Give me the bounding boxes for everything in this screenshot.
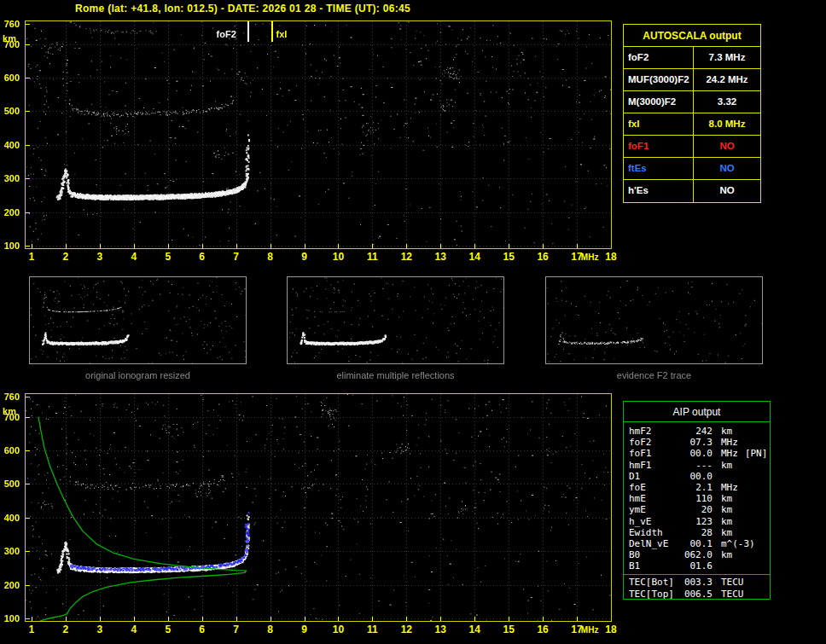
autoscala-param-label: h'Es <box>624 180 694 202</box>
y-axis-label-top: 500 <box>0 106 23 116</box>
autoscala-param-label: foF2 <box>624 47 694 68</box>
aip-param-label: B0 <box>629 549 682 560</box>
aip-tec-rows: TEC[Bot]003.3TECUTEC[Top]006.5TECU <box>624 576 770 599</box>
autoscala-window: Rome (lat: +41.8, lon: 012.5) - DATE: 20… <box>0 0 826 644</box>
x-axis-label-top: 6 <box>193 251 212 263</box>
y-axis-label-bot: 500 <box>0 479 23 489</box>
y-axis-label-top: 200 <box>0 207 23 218</box>
x-axis-label-top: 14 <box>465 251 484 263</box>
autoscala-param-label: fxI <box>624 113 694 135</box>
aip-row-hmf1: hmF1---km <box>629 460 770 471</box>
autoscala-param-label: M(3000)F2 <box>624 91 694 113</box>
aip-param-unit: km <box>721 493 732 504</box>
aip-param-value: 110 <box>682 493 713 504</box>
y-axis-label-bot: 400 <box>0 513 23 523</box>
x-axis-label-top: 2 <box>56 251 75 263</box>
aip-param-value: 07.3 <box>682 437 713 448</box>
aip-param-label: Ewidth <box>629 527 682 538</box>
y-axis-label-top: 600 <box>0 73 23 83</box>
thumbnail-caption: original ionogram resized <box>29 370 247 380</box>
aip-output-panel: AIP output hmF2242kmfoF207.3MHzfoF100.0M… <box>623 401 771 600</box>
aip-tec-value: 006.5 <box>682 589 713 600</box>
thumbnail-original-canvas <box>30 277 246 363</box>
aip-param-label: foE <box>629 482 682 493</box>
x-axis-label-top: 9 <box>295 251 314 263</box>
x-axis-label-bot: 3 <box>90 624 109 635</box>
y-axis-unit-bot: km <box>0 406 23 416</box>
aip-output-header: AIP output <box>624 402 770 422</box>
aip-row-hmf2: hmF2242km <box>629 426 770 437</box>
aip-param-label: h_vE <box>629 516 682 527</box>
aip-row-fof2: foF207.3MHz <box>629 437 770 448</box>
autoscala-param-label: MUF(3000)F2 <box>624 69 694 90</box>
aip-tec-row-tectop: TEC[Top]006.5TECU <box>629 589 770 600</box>
aip-tec-row-tecbot: TEC[Bot]003.3TECU <box>629 577 770 588</box>
thumbnail-evidence-canvas <box>546 277 762 363</box>
aip-param-unit: MHz <box>721 448 738 459</box>
x-axis-label-bot: 4 <box>125 624 143 635</box>
x-axis-label-top: 3 <box>90 251 109 263</box>
thumbnail-caption: evidence F2 trace <box>545 370 763 380</box>
aip-param-unit: km <box>721 527 732 538</box>
x-axis-unit-top: MHz <box>581 252 603 262</box>
aip-tec-unit: TECU <box>721 577 744 588</box>
x-axis-label-bot: 12 <box>397 624 416 635</box>
x-axis-label-top: 15 <box>499 251 518 263</box>
aip-row-hve: h_vE123km <box>629 516 770 527</box>
aip-param-label: DelN_vE <box>629 538 682 549</box>
x-axis-label-bot: 1 <box>22 624 41 635</box>
y-axis-label-bot: 300 <box>0 546 23 556</box>
autoscala-row-fof2: foF27.3 MHz <box>624 47 760 69</box>
aip-param-value: 2.1 <box>682 482 713 493</box>
autoscala-row-ftes: ftEsNO <box>624 158 760 180</box>
autoscala-param-value: 8.0 MHz <box>694 113 760 135</box>
aip-param-value: 00.0 <box>682 471 713 482</box>
aip-param-label: foF2 <box>629 437 682 448</box>
x-axis-label-bot: 10 <box>329 624 347 635</box>
autoscala-output-rows: foF27.3 MHzMUF(3000)F224.2 MHzM(3000)F23… <box>624 47 760 202</box>
aip-param-value: 28 <box>682 527 713 538</box>
aip-param-unit: m^(-3) <box>721 538 755 549</box>
profile-ionogram-canvas <box>26 394 611 621</box>
autoscala-param-value: 24.2 MHz <box>694 69 760 90</box>
x-axis-label-bot: 6 <box>193 624 212 635</box>
autoscala-output-header: AUTOSCALA output <box>624 25 760 47</box>
thumbnail-evidence-f2-trace <box>545 276 763 364</box>
fxi-marker-line <box>271 21 273 42</box>
x-axis-label-top: 16 <box>533 251 552 263</box>
y-axis-label-top: 100 <box>0 241 23 251</box>
thumbnail-original-ionogram <box>29 276 247 364</box>
x-axis-label-bot: 5 <box>159 624 177 635</box>
aip-tec-label: TEC[Top] <box>629 589 682 600</box>
aip-param-value: 123 <box>682 516 713 527</box>
aip-param-unit: km <box>721 549 732 560</box>
autoscala-param-value: 7.3 MHz <box>694 47 760 68</box>
autoscala-row-muf3000f2: MUF(3000)F224.2 MHz <box>624 69 760 91</box>
aip-param-label: D1 <box>629 471 682 482</box>
x-axis-label-top: 18 <box>602 251 620 263</box>
aip-row-fof1: foF100.0MHz[PN] <box>629 448 770 459</box>
recorded-ionogram-canvas <box>26 21 611 248</box>
autoscala-param-label: foF1 <box>624 136 694 157</box>
aip-param-value: 00.1 <box>682 538 713 549</box>
aip-param-label: foF1 <box>629 448 682 459</box>
y-axis-label-bot: 200 <box>0 580 23 590</box>
autoscala-param-value: 3.32 <box>694 91 760 113</box>
x-axis-label-top: 4 <box>125 251 143 263</box>
fof2-marker-label: foF2 <box>217 29 236 39</box>
aip-param-unit: km <box>721 426 732 437</box>
autoscala-row-m3000f2: M(3000)F23.32 <box>624 91 760 113</box>
aip-row-b1: B101.6 <box>629 560 770 571</box>
y-axis-unit-top: km <box>0 33 23 44</box>
x-axis-label-top: 12 <box>397 251 416 263</box>
autoscala-param-value: NO <box>694 180 760 202</box>
x-axis-label-top: 1 <box>22 251 41 263</box>
window-title: Rome (lat: +41.8, lon: 012.5) - DATE: 20… <box>75 3 410 15</box>
thumbnail-eliminate-canvas <box>288 277 503 363</box>
x-axis-label-bot: 11 <box>363 624 381 635</box>
x-axis-label-bot: 15 <box>499 624 518 635</box>
aip-param-note: [PN] <box>745 448 768 459</box>
aip-row-yme: ymE20km <box>629 504 770 515</box>
x-axis-label-bot: 18 <box>602 624 620 635</box>
aip-param-label: hmE <box>629 493 682 504</box>
